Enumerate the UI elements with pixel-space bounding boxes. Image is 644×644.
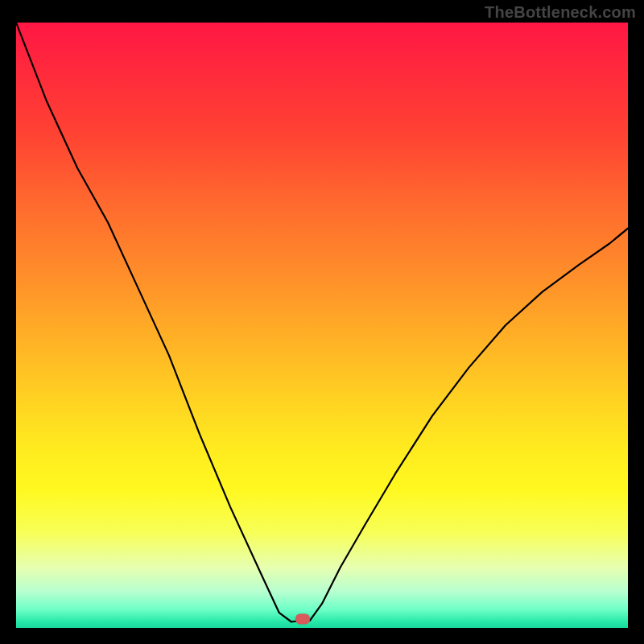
bottleneck-curve (16, 23, 628, 628)
watermark-text: TheBottleneck.com (485, 3, 636, 22)
bottleneck-marker (295, 613, 310, 624)
chart-frame: TheBottleneck.com (0, 0, 644, 644)
plot-area (16, 23, 628, 628)
curve-path (16, 23, 628, 622)
